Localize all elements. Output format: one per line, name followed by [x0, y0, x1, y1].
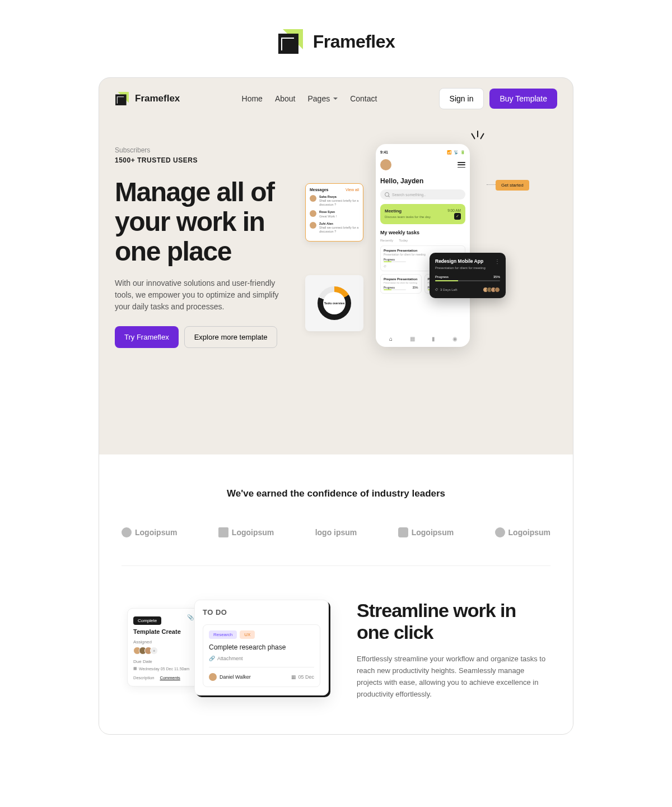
navbar: Frameflex Home About Pages Contact Sign …	[99, 78, 573, 119]
hero-buttons: Try Frameflex Explore more template	[115, 326, 300, 348]
assignee: Daniel Walker	[209, 673, 251, 681]
nav-links: Home About Pages Contact	[213, 94, 405, 103]
buy-template-button[interactable]: Buy Template	[489, 89, 557, 109]
logo-icon	[398, 527, 408, 537]
trust-section: We've earned the confidence of industry …	[99, 454, 573, 734]
explore-button[interactable]: Explore more template	[184, 326, 278, 348]
hero-visual: Messages View all Saha RozyaShall we con…	[311, 146, 573, 393]
weekly-tasks-title: My weekly tasks	[380, 230, 465, 235]
nav-link-contact[interactable]: Contact	[350, 94, 377, 103]
nav-logo-text: Frameflex	[135, 93, 180, 104]
check-icon[interactable]: ✓	[454, 213, 461, 220]
greeting: Hello, Jayden	[380, 177, 465, 185]
tab-today[interactable]: Today	[399, 239, 408, 242]
client-logo: Logoipsum	[122, 527, 177, 537]
signal-icon: 📶	[447, 150, 452, 155]
logo-icon	[495, 527, 505, 537]
tab-recently[interactable]: Recently	[380, 239, 393, 242]
phone-time: 9:41	[380, 150, 388, 155]
streamline-visual: 📎 Complete Template Create Assigned + Du…	[122, 600, 334, 723]
phone-bottom-nav: ⌂ ▦ ▮ ◉	[380, 335, 465, 342]
nav-logo-icon	[115, 91, 129, 106]
meeting-card[interactable]: Meeting9:00 AM Discuss team tasks for th…	[380, 204, 465, 224]
nav-calendar-icon[interactable]: ▦	[408, 335, 416, 342]
add-assignee-button[interactable]: +	[150, 647, 158, 655]
sparkle-icon	[470, 131, 486, 146]
avatar[interactable]	[380, 159, 391, 170]
phone-mockup: 9:41 📶📡🔋 Hello, Jayden Search something.…	[376, 144, 470, 347]
paperclip-icon[interactable]: 📎	[187, 614, 194, 620]
nav-home-icon[interactable]: ⌂	[387, 335, 395, 342]
avatar-stack	[484, 287, 500, 293]
messages-title: Messages	[310, 188, 328, 192]
battery-icon: 🔋	[460, 150, 465, 155]
link-icon: 🔗	[209, 656, 215, 661]
chevron-down-icon	[333, 98, 338, 100]
message-item[interactable]: Saha RozyaShall we connect briefly for a…	[310, 195, 359, 207]
logo-icon	[218, 527, 228, 537]
avatar	[209, 673, 217, 681]
logo-row: Logoipsum Logoipsum logo ipsum Logoipsum…	[122, 527, 550, 537]
calendar-icon: ▦	[133, 666, 137, 671]
task-title: Complete research phase	[209, 643, 314, 651]
divider	[122, 565, 550, 566]
menu-icon[interactable]	[458, 162, 465, 168]
site-preview-frame: Frameflex Home About Pages Contact Sign …	[99, 77, 573, 735]
hero-trusted: 1500+ TRUSTED USERS	[115, 156, 300, 164]
donut-label: Tasks overview	[323, 292, 346, 314]
nav-link-pages[interactable]: Pages	[307, 94, 338, 103]
hero-copy: Subscribers 1500+ TRUSTED USERS Manage a…	[115, 146, 300, 393]
hero-title: Manage all of your work in one place	[115, 178, 300, 266]
get-started-callout[interactable]: Get started	[496, 180, 529, 191]
more-icon[interactable]: ⋮	[494, 258, 500, 265]
weekly-tabs: Recently Today	[380, 239, 465, 242]
status-badge: Complete	[133, 616, 161, 625]
nav-logo[interactable]: Frameflex	[115, 91, 180, 106]
client-logo: Logoipsum	[398, 527, 454, 537]
try-button[interactable]: Try Frameflex	[115, 326, 179, 348]
nav-files-icon[interactable]: ▮	[430, 335, 437, 342]
search-input[interactable]: Search something..	[380, 189, 465, 200]
message-item[interactable]: Rose SyenGreat Work !	[310, 210, 359, 218]
page-brand-header: Frameflex	[0, 0, 672, 77]
avatar	[310, 195, 316, 202]
nav-profile-icon[interactable]: ◉	[451, 335, 459, 342]
hero-description: With our innovative solutions and user-f…	[115, 277, 294, 313]
donut-chart: Tasks overview	[318, 286, 351, 320]
tab-comments[interactable]: Comments	[160, 675, 180, 680]
calendar-icon: ▦	[291, 674, 296, 680]
avatar-stack: +	[133, 647, 194, 655]
todo-card: TO DO Research UX Complete research phas…	[194, 600, 329, 695]
client-logo: logo ipsum	[315, 528, 357, 537]
clock-icon: ⏱	[435, 288, 438, 291]
todo-label: TO DO	[203, 608, 320, 616]
client-logo: Logoipsum	[495, 527, 550, 537]
message-item[interactable]: Zuhi AlenShall we connect briefly for a …	[310, 222, 359, 234]
client-logo: Logoipsum	[218, 527, 274, 537]
trust-title: We've earned the confidence of industry …	[122, 488, 550, 499]
messages-viewall[interactable]: View all	[346, 188, 359, 192]
logo-icon	[122, 527, 132, 537]
task-card[interactable]: Research UX Complete research phase 🔗Att…	[203, 624, 320, 687]
phone-status-bar: 9:41 📶📡🔋	[380, 150, 465, 155]
dark-task-card[interactable]: Redesign Mobile App⋮ Presentation for cl…	[430, 253, 506, 298]
messages-card: Messages View all Saha RozyaShall we con…	[305, 183, 363, 242]
signin-button[interactable]: Sign in	[439, 88, 484, 109]
streamline-copy: Streamline work in one click Effortlessl…	[357, 600, 550, 700]
task-card[interactable]: Prepare Presentation Presentation for cl…	[380, 274, 422, 294]
research-chip: Research	[209, 630, 237, 639]
search-icon	[385, 192, 389, 197]
avatar	[310, 210, 316, 217]
streamline-title: Streamline work in one click	[357, 600, 550, 643]
card-title: Template Create	[133, 628, 194, 635]
wifi-icon: 📡	[454, 150, 459, 155]
nav-link-home[interactable]: Home	[242, 94, 263, 103]
tab-description[interactable]: Description	[133, 675, 155, 680]
phone-header	[380, 159, 465, 170]
streamline-section: 📎 Complete Template Create Assigned + Du…	[122, 600, 550, 723]
brand-name: Frameflex	[313, 31, 395, 52]
nav-actions: Sign in Buy Template	[439, 88, 557, 109]
hero-eyebrow: Subscribers	[115, 146, 300, 154]
nav-link-about[interactable]: About	[275, 94, 296, 103]
streamline-description: Effortlessly streamline your workflow an…	[357, 653, 550, 700]
